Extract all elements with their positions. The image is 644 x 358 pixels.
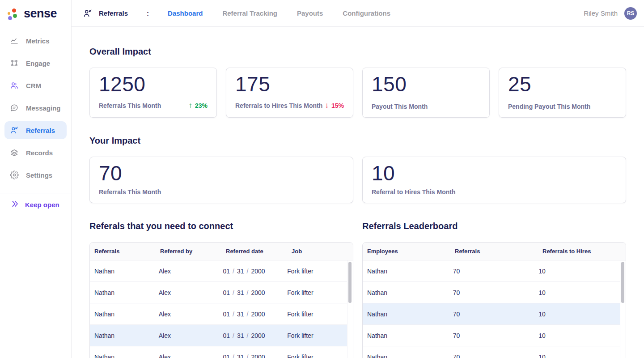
- table-cell: 70: [449, 354, 534, 358]
- date-part: 2000: [251, 268, 265, 275]
- table-cell: 01/31/2000: [219, 268, 283, 275]
- table-cell: Nathan: [363, 354, 449, 358]
- sidebar-item-metrics[interactable]: Metrics: [4, 32, 67, 50]
- date-part: 01: [223, 354, 230, 358]
- table-cell: Alex: [154, 354, 219, 358]
- dashboard-content: Overall Impact 1250Referrals This Month↑…: [72, 27, 644, 358]
- table-cell: 70: [449, 311, 534, 318]
- sidebar-item-label: Messaging: [26, 104, 61, 112]
- stat-card: 175Referrals to Hires This Month↓15%: [226, 68, 353, 118]
- connect-section: Referals that you need to connect Referr…: [89, 221, 353, 358]
- stat-label: Pending Payout This Month: [508, 103, 590, 110]
- sidebar-item-crm[interactable]: CRM: [4, 77, 67, 94]
- sidebar-item-messaging[interactable]: Messaging: [4, 99, 67, 117]
- column-header: Referred by: [156, 248, 221, 255]
- logo-dot-purple: [8, 16, 12, 20]
- trend-up: ↑23%: [188, 101, 208, 110]
- date-separator: /: [230, 311, 237, 318]
- sidebar-item-records[interactable]: Records: [4, 144, 67, 162]
- date-part: 01: [223, 289, 230, 296]
- table-row[interactable]: Nathan7010: [363, 346, 620, 358]
- table-cell: 70: [449, 289, 534, 296]
- double-chevron-right-icon: [11, 200, 19, 209]
- table-row[interactable]: NathanAlex01/31/2000Fork lifter: [90, 260, 347, 282]
- crm-icon: [10, 81, 19, 90]
- tab-configurations[interactable]: Configurations: [343, 9, 390, 17]
- stat-card: 10Referral to Hires This Month: [362, 157, 626, 203]
- header-tabs: DashboardReferral TrackingPayoutsConfigu…: [168, 9, 390, 17]
- table-cell: Alex: [154, 332, 219, 339]
- stat-card: 150Payout This Month: [362, 68, 490, 118]
- stat-value: 70: [99, 162, 344, 185]
- table-cell: Fork lifter: [283, 289, 347, 296]
- table-header-row: ReferralsReferred byReferred dateJob: [90, 243, 353, 260]
- brand-name: sense: [24, 7, 57, 21]
- table-cell: Nathan: [90, 289, 154, 296]
- column-header: Referred date: [221, 248, 287, 255]
- table-row[interactable]: NathanAlex01/31/2000Fork lifter: [90, 282, 347, 303]
- keep-open-button[interactable]: Keep open: [0, 193, 71, 216]
- date-separator: /: [244, 311, 251, 318]
- scrollbar-thumb[interactable]: [621, 262, 624, 303]
- sidebar-item-referrals[interactable]: Referrals: [4, 121, 67, 139]
- scrollbar-thumb[interactable]: [348, 262, 352, 303]
- brand-logo[interactable]: sense: [0, 0, 71, 27]
- table-cell: Nathan: [90, 311, 154, 318]
- table-row[interactable]: NathanAlex01/31/2000Fork lifter: [90, 325, 347, 346]
- column-header: Job: [287, 248, 353, 255]
- overall-impact-title: Overall Impact: [89, 47, 626, 57]
- table-cell: 01/31/2000: [219, 354, 283, 358]
- table-row[interactable]: Nathan7010: [363, 325, 620, 346]
- table-cell: Alex: [154, 311, 219, 318]
- table-scrollbar[interactable]: [347, 260, 353, 358]
- date-separator: /: [230, 332, 237, 339]
- stat-value: 150: [372, 73, 480, 96]
- table-cell: 01/31/2000: [219, 289, 283, 296]
- settings-icon: [10, 170, 19, 179]
- date-part: 31: [237, 268, 244, 275]
- stat-card: 1250Referrals This Month↑23%: [89, 68, 217, 118]
- table-cell: Nathan: [363, 268, 449, 275]
- table-cell: 10: [534, 354, 620, 358]
- sidebar-item-settings[interactable]: Settings: [4, 166, 67, 184]
- table-row[interactable]: Nathan7010: [363, 303, 620, 325]
- stat-label: Payout This Month: [372, 103, 428, 110]
- leaderboard-section: Referrals Leaderboard EmployeesReferrals…: [362, 221, 626, 358]
- sidebar-item-engage[interactable]: Engage: [4, 54, 67, 72]
- table-row[interactable]: NathanAlex01/31/2000Fork lifter: [90, 303, 347, 325]
- date-part: 31: [237, 289, 244, 296]
- referrals-icon: [10, 126, 19, 135]
- table-row[interactable]: NathanAlex01/31/2000Fork lifter: [90, 346, 347, 358]
- table-row[interactable]: Nathan7010: [363, 260, 620, 282]
- date-part: 2000: [251, 311, 265, 318]
- table-scrollbar[interactable]: [620, 260, 626, 358]
- table-cell: 10: [534, 289, 620, 296]
- logo-dot-red: [12, 9, 16, 13]
- connect-table: ReferralsReferred byReferred dateJobNath…: [89, 242, 353, 358]
- table-cell: Fork lifter: [283, 332, 347, 339]
- table-cell: Nathan: [363, 311, 449, 318]
- sidebar-item-label: Settings: [26, 171, 52, 179]
- app: sense MetricsEngageCRMMessagingReferrals…: [0, 0, 644, 358]
- avatar[interactable]: RS: [624, 7, 637, 20]
- table-cell: Alex: [154, 268, 219, 275]
- date-part: 2000: [251, 332, 265, 339]
- date-separator: /: [244, 289, 251, 296]
- trend-down: ↓15%: [325, 101, 344, 110]
- tab-payouts[interactable]: Payouts: [297, 9, 323, 17]
- tab-dashboard[interactable]: Dashboard: [168, 9, 203, 17]
- leaderboard-table: EmployeesReferralsReferrals to HiresNath…: [362, 242, 626, 358]
- sidebar-item-label: Engage: [26, 60, 50, 67]
- trend-value: 23%: [195, 102, 208, 109]
- date-separator: /: [244, 332, 251, 339]
- table-cell: 10: [534, 311, 620, 318]
- stat-card: 25Pending Payout This Month: [499, 68, 626, 118]
- tab-referral-tracking[interactable]: Referral Tracking: [222, 9, 277, 17]
- metrics-icon: [10, 36, 19, 45]
- column-header: Employees: [363, 248, 450, 255]
- arrow-up-icon: ↑: [188, 101, 192, 110]
- date-part: 31: [237, 354, 244, 358]
- sidebar: sense MetricsEngageCRMMessagingReferrals…: [0, 0, 72, 358]
- table-row[interactable]: Nathan7010: [363, 282, 620, 303]
- sidebar-item-label: CRM: [26, 82, 41, 90]
